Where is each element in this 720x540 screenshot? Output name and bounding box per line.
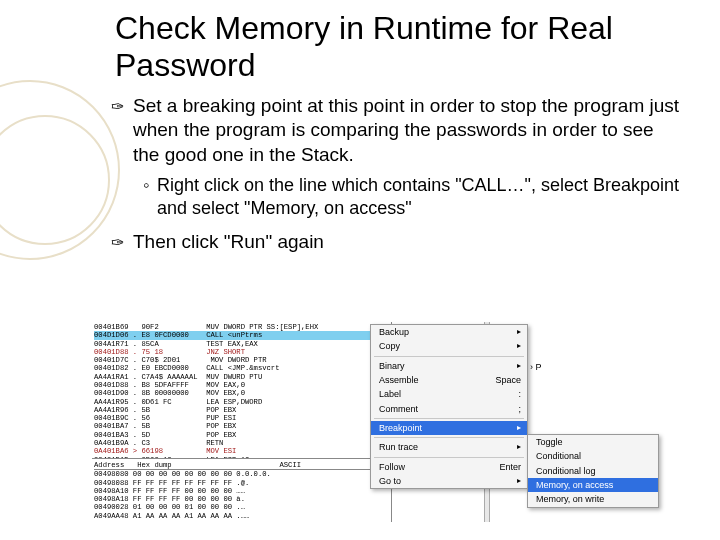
hexdump-pane[interactable]: Address Hex dump ASCII00498080 00 00 00 … [92,458,391,522]
slide-body: Check Memory in Runtime for Real Passwor… [0,0,720,255]
ctx-item-binary[interactable]: Binary▸ [371,359,527,373]
sub-bullet-1: Right click on the line which contains "… [143,174,680,221]
bullet-1: ✑ Set a breaking point at this point in … [115,94,680,168]
bullet-1-rest: a breaking point at this point in order … [133,95,679,165]
ctx-item-go-to[interactable]: Go to▸ [371,474,527,488]
ctx-item-backup[interactable]: Backup▸ [371,325,527,339]
ctx-item-follow[interactable]: FollowEnter [371,460,527,474]
ctx-item-copy[interactable]: Copy▸ [371,339,527,353]
submenu-item-toggle[interactable]: Toggle [528,435,658,449]
ctx-item-comment[interactable]: Comment; [371,402,527,416]
debugger-left: 00401B69 90F2 MUV DWORD PTR SS:[ESP],EHX… [92,322,392,522]
debugger-panel: 00401B69 90F2 MUV DWORD PTR SS:[ESP],EHX… [92,322,694,522]
submenu-item-conditional-log[interactable]: Conditional log [528,464,658,478]
bullet-1-lead: Set [133,95,162,116]
ctx-item-label[interactable]: Label: [371,387,527,401]
breakpoint-submenu[interactable]: ToggleConditionalConditional logMemory, … [527,434,659,508]
context-menu[interactable]: Backup▸Copy▸Binary▸AssembleSpaceLabel:Co… [370,324,528,489]
submenu-item-conditional[interactable]: Conditional [528,449,658,463]
bullet-2: ✑ Then click "Run" again [115,230,680,255]
bullet-icon: ✑ [111,97,124,118]
bullet-2-rest: click "Run" again [176,231,324,252]
bullet-icon: ✑ [111,233,124,254]
ctx-item-run-trace[interactable]: Run trace▸ [371,440,527,454]
ctx-item-breakpoint[interactable]: Breakpoint▸ [371,421,527,435]
submenu-item-memory-on-write[interactable]: Memory, on write [528,492,658,506]
bullet-2-lead: Then [133,231,176,252]
status-flag: › P [528,362,544,372]
disassembly-pane[interactable]: 00401B69 90F2 MUV DWORD PTR SS:[ESP],EHX… [92,322,391,458]
submenu-item-memory-on-access[interactable]: Memory, on access [528,478,658,492]
slide-title: Check Memory in Runtime for Real Passwor… [115,10,680,84]
ctx-item-assemble[interactable]: AssembleSpace [371,373,527,387]
